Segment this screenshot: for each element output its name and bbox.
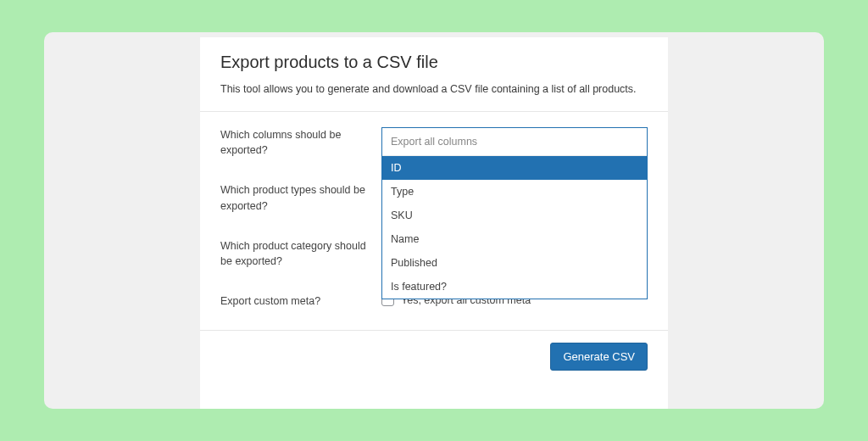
form-area: Which columns should be exported? Export… bbox=[200, 112, 668, 330]
page-background: Export products to a CSV file This tool … bbox=[44, 32, 824, 409]
dropdown-option-id[interactable]: ID bbox=[382, 156, 647, 180]
dropdown-search-input[interactable]: Export all columns bbox=[382, 128, 647, 156]
dropdown-option-is-featured[interactable]: Is featured? bbox=[382, 275, 647, 299]
panel-footer: Generate CSV bbox=[200, 331, 668, 384]
dropdown-option-sku[interactable]: SKU bbox=[382, 204, 647, 227]
dropdown-option-name[interactable]: Name bbox=[382, 227, 647, 251]
label-types: Which product types should be exported? bbox=[220, 182, 381, 215]
panel-header: Export products to a CSV file This tool … bbox=[200, 37, 668, 111]
dropdown-list: ID Type SKU Name Published Is featured? bbox=[382, 156, 647, 299]
panel-title: Export products to a CSV file bbox=[220, 53, 648, 72]
label-columns: Which columns should be exported? bbox=[220, 127, 381, 159]
label-category: Which product category should be exporte… bbox=[220, 238, 381, 271]
row-columns: Which columns should be exported? Export… bbox=[220, 127, 648, 159]
export-panel: Export products to a CSV file This tool … bbox=[200, 37, 668, 409]
dropdown-option-published[interactable]: Published bbox=[382, 251, 647, 275]
dropdown-option-type[interactable]: Type bbox=[382, 180, 647, 204]
label-custom-meta: Export custom meta? bbox=[220, 293, 381, 310]
columns-dropdown[interactable]: Export all columns ID Type SKU Name Publ… bbox=[381, 127, 648, 299]
panel-description: This tool allows you to generate and dow… bbox=[220, 82, 648, 98]
generate-csv-button[interactable]: Generate CSV bbox=[550, 343, 648, 371]
